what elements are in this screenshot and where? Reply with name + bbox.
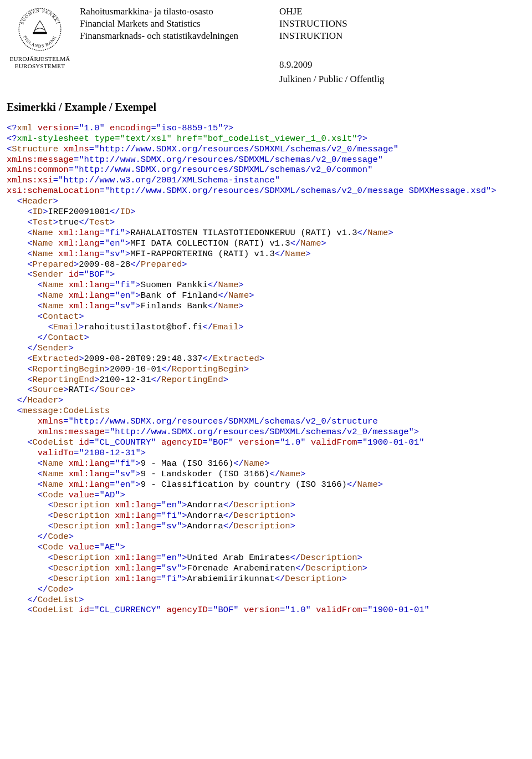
cl-name-fi: 9 - Maa (ISO 3166) bbox=[141, 459, 233, 468]
ns-default: http://www.SDMX.org/resources/SDMXML/sch… bbox=[99, 144, 393, 154]
dept-fi: Rahoitusmarkkina- ja tilasto-osasto bbox=[80, 6, 274, 18]
cl-country-version: 1.0 bbox=[285, 437, 300, 447]
cl-country-to: 2100-12-31 bbox=[84, 448, 136, 458]
code-ad-value: AD bbox=[105, 490, 115, 500]
logo-block: SUOMEN PANKKI FINLANDS BANK EUROJÄRJESTE… bbox=[7, 6, 73, 69]
ns-common: http://www.SDMX.org/resources/SDMXML/sch… bbox=[79, 165, 367, 175]
logo-subtitle-1: EUROJÄRJESTELMÄ bbox=[9, 55, 70, 63]
cl-name-en: 9 - Classification by country (ISO 3166) bbox=[141, 480, 347, 490]
header-left-col: Rahoitusmarkkina- ja tilasto-osasto Fina… bbox=[80, 6, 274, 87]
xml-code-block: <?xml version="1.0" encoding="iso-8859-1… bbox=[7, 123, 525, 616]
stylesheet-href: bof_codelist_viewer_1_0.xslt bbox=[208, 134, 352, 144]
code-ae-value: AE bbox=[105, 542, 115, 552]
ns-struct: http://www.SDMX.org/resources/SDMXML/sch… bbox=[74, 416, 378, 426]
name-sv: MFI-RAPPORTERING (RATI) v1.3 bbox=[130, 249, 274, 259]
reporting-end: 2100-12-31 bbox=[99, 375, 151, 385]
contact-email: rahoitustilastot@bof.fi bbox=[84, 322, 203, 332]
header-right-col: OHJE INSTRUCTIONS INSTRUKTION 8.9.2009 J… bbox=[279, 6, 525, 87]
doc-type-en: INSTRUCTIONS bbox=[279, 18, 525, 30]
ae-desc-sv: Förenade Arabemiraten bbox=[187, 563, 295, 573]
dept-sv: Finansmarknads- och statistikavdelningen bbox=[80, 30, 274, 42]
name-fi: RAHALAITOSTEN TILASTOTIEDONKERUU (RATI) … bbox=[130, 228, 357, 238]
document-date: 8.9.2009 bbox=[279, 59, 525, 70]
sender-sv: Finlands Bank bbox=[141, 301, 208, 311]
ns-message: http://www.SDMX.org/resources/SDMXML/sch… bbox=[84, 155, 378, 165]
reporting-begin: 2009-10-01 bbox=[110, 364, 161, 374]
ns-xsi: http://www.w3.org/2001/XMLSchema-instanc… bbox=[63, 175, 274, 185]
sender-en: Bank of Finland bbox=[141, 291, 218, 300]
ad-desc-sv: Andorra bbox=[187, 521, 223, 531]
logo-subtitle-2: EUROSYSTEMET bbox=[15, 63, 65, 70]
bank-logo: SUOMEN PANKKI FINLANDS BANK bbox=[16, 6, 64, 53]
cl-currency-version: 1.0 bbox=[290, 605, 306, 615]
example-heading: Esimerkki / Example / Exempel bbox=[7, 100, 525, 114]
ad-desc-en: Andorra bbox=[187, 500, 223, 510]
ad-desc-fi: Andorra bbox=[187, 511, 223, 521]
schema-location: http://www.SDMX.org/resources/SDMXML/sch… bbox=[110, 186, 486, 196]
doc-type-sv: INSTRUKTION bbox=[279, 30, 525, 42]
ae-desc-en: United Arab Emirates bbox=[187, 553, 290, 563]
svg-text:SUOMEN PANKKI: SUOMEN PANKKI bbox=[20, 8, 60, 25]
source: RATI bbox=[69, 385, 89, 395]
name-en: MFI DATA COLLECTION (RATI) v1.3 bbox=[130, 238, 290, 248]
ae-desc-fi: Arabiemiirikunnat bbox=[187, 574, 275, 584]
cl-currency-agency: BOF bbox=[218, 605, 233, 615]
cl-name-sv: 9 - Landskoder (ISO 3166) bbox=[141, 469, 270, 479]
visibility-label: Julkinen / Public / Offentlig bbox=[279, 73, 525, 85]
dept-en: Financial Markets and Statistics bbox=[80, 18, 274, 30]
prepared: 2009-08-28 bbox=[79, 259, 130, 269]
header-test: true bbox=[58, 217, 79, 227]
cl-country-agency: BOF bbox=[213, 437, 228, 447]
cl-country-id: CL_COUNTRY bbox=[99, 437, 151, 447]
xml-encoding: iso-8859-15 bbox=[161, 123, 218, 133]
document-header: SUOMEN PANKKI FINLANDS BANK EUROJÄRJESTE… bbox=[7, 6, 525, 87]
svg-rect-3 bbox=[33, 32, 47, 34]
ns-message2: http://www.SDMX.org/resources/SDMXML/sch… bbox=[115, 427, 408, 437]
sender-id: BOF bbox=[89, 269, 105, 279]
doc-type-fi: OHJE bbox=[279, 6, 525, 18]
xml-version: 1.0 bbox=[84, 123, 100, 133]
extracted: 2009-08-28T09:29:48.337 bbox=[84, 354, 203, 364]
sender-fi: Suomen Pankki bbox=[141, 280, 208, 290]
header-text-block: Rahoitusmarkkina- ja tilasto-osasto Fina… bbox=[80, 6, 525, 87]
cl-country-from: 1900-01-01 bbox=[367, 437, 419, 447]
stylesheet-type: text/xsl bbox=[125, 134, 166, 144]
cl-currency-id: CL_CURRENCY bbox=[99, 605, 156, 615]
cl-currency-from: 1900-01-01 bbox=[373, 605, 424, 615]
header-id: IREF20091001 bbox=[48, 207, 110, 217]
